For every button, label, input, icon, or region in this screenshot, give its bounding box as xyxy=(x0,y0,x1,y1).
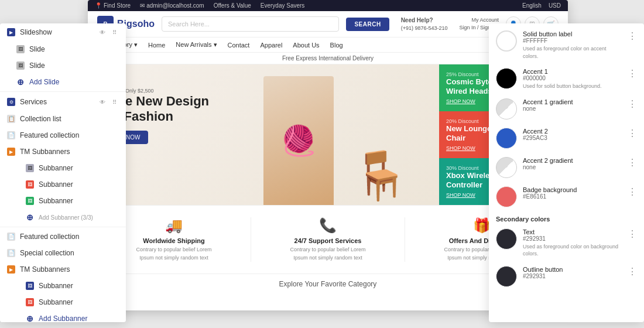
sidebar-item-label: Special collection xyxy=(20,249,74,257)
sidebar-item-label: TM Subbanners xyxy=(20,265,70,274)
color-swatch-outline xyxy=(496,266,517,287)
color-menu-icon[interactable]: ⋮ xyxy=(628,128,637,139)
sidebar-item-tm-subbanners1[interactable]: ▶ TM Subbanners xyxy=(0,144,126,160)
color-info: Accent 2 #295AC3 xyxy=(523,128,622,141)
sidebar-item-subbanner3[interactable]: 🖼 Subbanner xyxy=(0,193,126,209)
nav-new-arrivals[interactable]: New Arrivals ▾ xyxy=(176,41,217,49)
add-icon: ⊕ xyxy=(16,78,25,86)
sidebar-item-label: Subbanner xyxy=(39,282,73,290)
color-menu-icon[interactable]: ⋮ xyxy=(628,68,637,79)
sidebar-item-label: Featured collection xyxy=(20,233,79,241)
color-item-outline-btn: Outline button #292931 ⋮ xyxy=(496,266,637,287)
email: ✉ admin@localhost.com xyxy=(140,2,204,9)
search-bar: Search Here... xyxy=(162,16,339,32)
everyday-savers: Everyday Savers xyxy=(261,2,305,9)
sidebar-item-subbanner1[interactable]: 🖼 Subbanner xyxy=(0,160,126,176)
color-item-accent2-grad: Accent 2 gradient none ⋮ xyxy=(496,157,637,178)
sidebar-item-label: Featured collection xyxy=(20,131,79,139)
hero-main: Starting At Only $2,500 Made New DesignF… xyxy=(88,64,439,205)
sidebar-item-label: Services xyxy=(20,98,47,106)
hero-img-icon: 🪑 xyxy=(351,152,410,199)
color-item-badge: Badge background #E86161 ⋮ xyxy=(496,186,637,207)
drag-icon[interactable]: ⠿ xyxy=(109,97,119,107)
sidebar-item-subbanner4[interactable]: 🖼 Subbanner xyxy=(0,278,126,294)
nav-blog[interactable]: Blog xyxy=(330,42,343,49)
feature-support: 📞 24/7 Support Services Contrary to popu… xyxy=(251,217,405,262)
nav-apparel[interactable]: Apparel xyxy=(260,42,282,49)
slide-icon: 🖼 xyxy=(16,62,25,70)
sidebar-item-services[interactable]: ⚙ Services 👁 ⠿ xyxy=(0,93,126,111)
feature-desc: Contrary to popular belief LoremIpsum no… xyxy=(257,246,399,262)
color-swatch-red xyxy=(496,186,517,207)
nav-contact[interactable]: Contact xyxy=(228,42,250,49)
color-menu-icon[interactable]: ⋮ xyxy=(628,266,637,277)
featured-icon: 📄 xyxy=(7,131,15,139)
sidebar-item-label: Subbanner xyxy=(39,164,73,172)
sidebar-item-label: Slide xyxy=(29,45,45,53)
color-info: Solid button label #FFFFFF Used as foreg… xyxy=(523,30,622,60)
sidebar-item-collection-list[interactable]: 📋 Collection list xyxy=(0,111,126,127)
add-icon: ⊕ xyxy=(26,315,34,322)
sidebar-item-featured-collection2[interactable]: 📄 Featured collection xyxy=(0,228,126,245)
color-menu-icon[interactable]: ⋮ xyxy=(628,98,637,110)
sub-icon: 🖼 xyxy=(26,180,34,189)
sidebar-item-subbanner5[interactable]: 🖼 Subbanner xyxy=(0,294,126,310)
color-info: Badge background #E86161 xyxy=(523,186,622,200)
nav-about[interactable]: About Us xyxy=(293,42,319,49)
add-icon: ⊕ xyxy=(26,213,34,221)
color-item-accent1: Accent 1 #000000 Used for solid button b… xyxy=(496,68,637,90)
sub-icon: 🖼 xyxy=(26,298,34,306)
color-menu-icon[interactable]: ⋮ xyxy=(628,186,637,197)
color-swatch-blue xyxy=(496,128,517,149)
language: English xyxy=(522,2,542,9)
color-swatch-gradient2 xyxy=(496,157,517,178)
sidebar-item-add-subbanner2[interactable]: ⊕ Add Subbanner xyxy=(0,310,126,322)
sidebar-item-slide2[interactable]: 🖼 Slide xyxy=(0,57,126,74)
search-button[interactable]: SEARCH xyxy=(346,18,389,31)
top-bar-right: English USD xyxy=(522,2,561,9)
sidebar-item-add-subbanner[interactable]: ⊕ Add Subbanner (3/3) xyxy=(0,209,126,226)
color-menu-icon[interactable]: ⋮ xyxy=(628,30,637,42)
eye-icon[interactable]: 👁 xyxy=(98,28,107,37)
tm-icon: ▶ xyxy=(7,265,15,274)
sidebar-item-slide1[interactable]: 🖼 Slide xyxy=(0,41,126,57)
drag-icon[interactable]: ⠿ xyxy=(109,28,119,37)
help-text: Need Help? (+91) 9876-543-210 xyxy=(401,16,448,32)
sidebar-item-label: Collection list xyxy=(20,115,61,123)
sidebar-item-label: TM Subbanners xyxy=(20,148,70,156)
sidebar-item-add-slide[interactable]: ⊕ Add Slide xyxy=(0,74,126,90)
tm-icon: ▶ xyxy=(7,148,15,156)
color-menu-icon[interactable]: ⋮ xyxy=(628,228,637,240)
color-info: Accent 1 #000000 Used for solid button b… xyxy=(523,68,622,90)
find-store: 📍 Find Store xyxy=(95,2,131,9)
color-swatch-text xyxy=(496,228,517,250)
sidebar-item-subbanner2[interactable]: 🖼 Subbanner xyxy=(0,176,126,193)
offers: Offers & Value xyxy=(214,2,251,9)
sub-icon: 🖼 xyxy=(26,197,34,205)
color-info: Accent 1 gradient none xyxy=(523,98,622,112)
sidebar-item-slideshow[interactable]: ▶ Slideshow 👁 ⠿ xyxy=(0,23,126,41)
sidebar-item-featured-collection[interactable]: 📄 Featured collection xyxy=(0,127,126,144)
featured-icon: 📄 xyxy=(7,233,15,241)
currency: USD xyxy=(549,2,561,9)
color-info: Outline button #292931 xyxy=(523,266,622,279)
color-menu-icon[interactable]: ⋮ xyxy=(628,157,637,168)
sidebar-actions: 👁 ⠿ xyxy=(98,97,119,107)
sidebar-item-label: Subbanner xyxy=(39,298,73,306)
eye-icon[interactable]: 👁 xyxy=(98,97,107,107)
color-item-text: Text #292931 Used as foreground color on… xyxy=(496,228,637,258)
color-info: Accent 2 gradient none xyxy=(523,157,622,170)
sidebar-item-tm-subbanners2[interactable]: ▶ TM Subbanners xyxy=(0,261,126,278)
sidebar-item-special-collection[interactable]: 📄 Special collection xyxy=(0,245,126,261)
secondary-colors-title: Secondary colors xyxy=(496,216,637,223)
sidebar-item-label: Add Subbanner xyxy=(39,315,87,322)
sidebar-item-label: Add Slide xyxy=(29,78,59,86)
sidebar-item-label: Subbanner xyxy=(39,197,73,205)
nav-home[interactable]: Home xyxy=(148,42,165,49)
left-sidebar: ▶ Slideshow 👁 ⠿ 🖼 Slide 🖼 Slide ⊕ Add Sl… xyxy=(0,23,126,322)
collection-icon: 📋 xyxy=(7,115,15,123)
color-item-solid-btn: Solid button label #FFFFFF Used as foreg… xyxy=(496,30,637,60)
color-item-accent2: Accent 2 #295AC3 ⋮ xyxy=(496,128,637,149)
sub-icon: 🖼 xyxy=(26,164,34,172)
color-item-accent1-grad: Accent 1 gradient none ⋮ xyxy=(496,98,637,119)
